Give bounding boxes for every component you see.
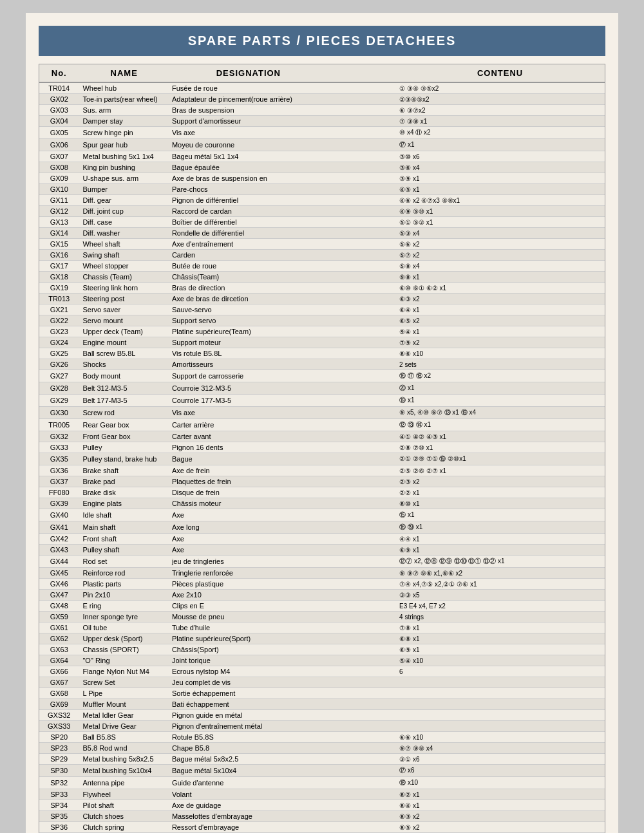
cell-name: Front shaft — [79, 534, 169, 545]
cell-contenu: ②③④⑤x2 — [395, 94, 605, 105]
cell-designation: Ressort d'embrayage — [169, 822, 328, 833]
cell-contenu: ④⑤ x1 — [395, 184, 605, 195]
cell-contenu — [395, 688, 605, 699]
cell-img — [328, 359, 395, 370]
cell-name: Metal Drive Gear — [79, 721, 169, 732]
cell-contenu: ⑥⑨ x1 — [395, 644, 605, 655]
cell-contenu: ⑥⑤ x2 — [395, 315, 605, 326]
cell-no: GX08 — [39, 162, 79, 173]
cell-designation: Adaptateur de pincement(roue arrière) — [169, 94, 328, 105]
cell-name: Screw Set — [79, 677, 169, 688]
cell-no: SP29 — [39, 754, 79, 765]
cell-name: Flywheel — [79, 789, 169, 800]
cell-no: GX03 — [39, 105, 79, 116]
cell-no: GX69 — [39, 699, 79, 710]
cell-no: GX07 — [39, 151, 79, 162]
table-row: GX46 Plastic parts Pièces plastique ⑦④ x… — [39, 579, 605, 590]
cell-designation: Vis axe — [169, 127, 328, 139]
table-row: GX29 Belt 177-M3-5 Courrole 177-M3-5 ⑲ x… — [39, 395, 605, 407]
cell-no: GX61 — [39, 622, 79, 633]
cell-contenu — [395, 699, 605, 710]
cell-name: Oil tube — [79, 622, 169, 633]
cell-no: SP30 — [39, 765, 79, 777]
cell-name: Idle shaft — [79, 509, 169, 521]
cell-designation: Butée de roue — [169, 261, 328, 272]
cell-img — [328, 743, 395, 754]
table-row: SP33 Flywheel Volant ⑧② x1 — [39, 789, 605, 800]
cell-designation: Mousse de pneu — [169, 612, 328, 622]
cell-name: Shocks — [79, 359, 169, 370]
cell-name: Engine mount — [79, 337, 169, 348]
cell-name: Chassis (Team) — [79, 272, 169, 283]
cell-no: TR013 — [39, 294, 79, 304]
cell-no: GX44 — [39, 556, 79, 568]
cell-no: GX23 — [39, 326, 79, 337]
cell-no: GX33 — [39, 442, 79, 453]
cell-designation: Platine supérieure(Team) — [169, 326, 328, 337]
cell-img — [328, 228, 395, 239]
cell-designation: Bague — [169, 453, 328, 465]
cell-designation: Moyeu de couronne — [169, 139, 328, 151]
table-row: GX04 Damper stay Support d'amortisseur ⑦… — [39, 116, 605, 127]
cell-img — [328, 677, 395, 688]
cell-img — [328, 431, 395, 442]
cell-no: GX10 — [39, 184, 79, 195]
table-row: GX62 Upper desk (Sport) Platine supérieu… — [39, 633, 605, 644]
cell-contenu: ⑤⑧ x4 — [395, 261, 605, 272]
table-row: SP36 Clutch spring Ressort d'embrayage ⑧… — [39, 822, 605, 833]
cell-no: GX30 — [39, 407, 79, 419]
cell-contenu: ⑧⑩ x1 — [395, 498, 605, 509]
cell-no: GX24 — [39, 337, 79, 348]
cell-designation: Ecrous nylstop M4 — [169, 666, 328, 677]
cell-no: GX46 — [39, 579, 79, 590]
cell-designation: Axe — [169, 534, 328, 545]
cell-img — [328, 498, 395, 509]
table-row: TR014 Wheel hub Fusée de roue ① ③④ ③⑤x2 — [39, 82, 605, 94]
cell-name: Pulley — [79, 442, 169, 453]
cell-name: Metal Idler Gear — [79, 710, 169, 721]
cell-name: Metal bushing 5x8x2.5 — [79, 754, 169, 765]
table-row: GX22 Servo mount Support servo ⑥⑤ x2 — [39, 315, 605, 326]
cell-img — [328, 579, 395, 590]
cell-designation: Pare-chocs — [169, 184, 328, 195]
cell-designation: Platine supérieure(Sport) — [169, 633, 328, 644]
parts-table: No. NAME DESIGNATION CONTENU TR014 Wheel… — [39, 64, 605, 833]
cell-contenu: ⑧④ x1 — [395, 800, 605, 811]
header-no: No. — [39, 64, 79, 82]
cell-contenu: ⑱ x10 — [395, 777, 605, 789]
cell-designation: Masselottes d'embrayage — [169, 811, 328, 822]
cell-contenu: ④⑥ x2 ④⑦x3 ④⑧x1 — [395, 195, 605, 206]
cell-img — [328, 765, 395, 777]
cell-no: GX14 — [39, 228, 79, 239]
table-row: GX30 Screw rod Vis axe ⑨ x5, ④⑩ ⑥⑦ ⑬ x1 … — [39, 407, 605, 419]
cell-contenu: ③① x6 — [395, 754, 605, 765]
cell-no: GX17 — [39, 261, 79, 272]
cell-img — [328, 116, 395, 127]
cell-contenu: E3 E4 x4, E7 x2 — [395, 601, 605, 612]
cell-contenu: ②⑧ ⑦⑩ x1 — [395, 442, 605, 453]
table-row: GX37 Brake pad Plaquettes de frein ②③ x2 — [39, 476, 605, 487]
cell-name: Muffler Mount — [79, 699, 169, 710]
cell-no: SP34 — [39, 800, 79, 811]
cell-name: Main shaft — [79, 521, 169, 534]
cell-img — [328, 382, 395, 395]
cell-img — [328, 811, 395, 822]
table-row: GX16 Swing shaft Carden ⑤⑦ x2 — [39, 250, 605, 261]
cell-name: Clutch shoes — [79, 811, 169, 822]
cell-name: Body mount — [79, 370, 169, 382]
table-header-row: No. NAME DESIGNATION CONTENU — [39, 64, 605, 82]
cell-name: Toe-in parts(rear wheel) — [79, 94, 169, 105]
cell-designation: Clips en E — [169, 601, 328, 612]
cell-designation: Volant — [169, 789, 328, 800]
cell-name: Inner sponge tyre — [79, 612, 169, 622]
cell-img — [328, 710, 395, 721]
cell-name: Servo mount — [79, 315, 169, 326]
cell-contenu: ⑩ x4 ⑪ x2 — [395, 127, 605, 139]
cell-name: Diff. gear — [79, 195, 169, 206]
cell-name: Steering post — [79, 294, 169, 304]
cell-contenu: ⑥⑩ ⑥① ⑥② x1 — [395, 283, 605, 294]
cell-name: Belt 312-M3-5 — [79, 382, 169, 395]
cell-name: Diff. washer — [79, 228, 169, 239]
cell-img — [328, 699, 395, 710]
cell-designation: jeu de tringleries — [169, 556, 328, 568]
